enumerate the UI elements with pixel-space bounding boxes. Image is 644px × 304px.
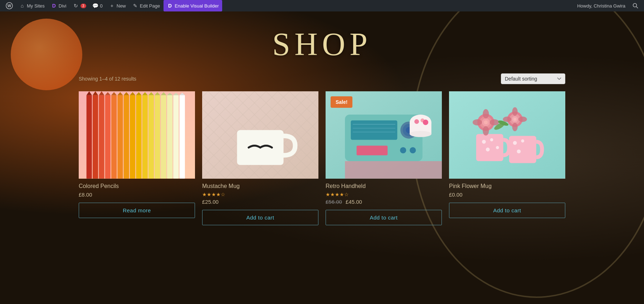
add-to-cart-button-4[interactable]: Add to cart — [449, 203, 565, 218]
edit-page-item[interactable]: ✎ Edit Page — [130, 0, 163, 11]
svg-rect-12 — [130, 95, 135, 179]
divi-icon: D — [51, 3, 57, 9]
svg-point-65 — [496, 146, 499, 149]
page-content: SHOP Showing 1–4 of 12 results Default s… — [0, 11, 644, 304]
product-name-1: Colored Pencils — [79, 183, 195, 189]
svg-point-76 — [483, 109, 489, 119]
my-sites-item[interactable]: ⌂ My Sites — [16, 0, 48, 11]
svg-point-75 — [490, 119, 499, 125]
svg-point-64 — [486, 148, 490, 151]
svg-rect-53 — [345, 161, 442, 179]
product-card-4: Pink Flower Mug £0.00 Add to cart — [449, 91, 565, 225]
product-card-1: Colored Pencils £8.00 Read more — [79, 91, 195, 225]
svg-rect-43 — [351, 120, 397, 140]
divi-d-icon: D — [167, 3, 173, 9]
edit-page-label: Edit Page — [140, 3, 160, 9]
shop-title: SHOP — [0, 11, 644, 73]
product-price-1: £8.00 — [79, 192, 195, 198]
shop-main: Showing 1–4 of 12 results Default sortin… — [0, 73, 644, 225]
svg-rect-60 — [449, 91, 565, 179]
new-label: New — [117, 3, 126, 9]
svg-point-74 — [473, 119, 482, 125]
svg-text:W: W — [8, 4, 11, 8]
svg-point-52 — [410, 147, 416, 153]
howdy-text[interactable]: Howdy, Christina Gwira — [574, 0, 628, 11]
svg-rect-6 — [93, 95, 98, 179]
svg-point-84 — [512, 107, 518, 116]
svg-point-83 — [518, 116, 527, 122]
svg-point-62 — [482, 140, 486, 144]
product-price-3: £56.00 £45.00 — [326, 199, 442, 205]
read-more-button-1[interactable]: Read more — [79, 203, 195, 218]
results-header: Showing 1–4 of 12 results Default sortin… — [79, 73, 565, 84]
add-to-cart-button-3[interactable]: Add to cart — [326, 210, 442, 225]
product-grid: Colored Pencils £8.00 Read more — [79, 91, 565, 225]
sale-badge-3: Sale! — [331, 96, 352, 108]
svg-rect-19 — [173, 95, 179, 179]
svg-point-69 — [517, 150, 521, 154]
product-name-3: Retro Handheld — [326, 183, 442, 189]
admin-bar-right: Howdy, Christina Gwira — [574, 0, 641, 11]
svg-rect-10 — [117, 95, 123, 179]
svg-point-63 — [490, 138, 493, 141]
svg-rect-7 — [99, 95, 104, 179]
svg-point-57 — [414, 119, 419, 124]
product-name-4: Pink Flower Mug — [449, 183, 565, 189]
product-image-flowers[interactable] — [449, 91, 565, 179]
svg-point-81 — [513, 118, 517, 121]
comments-icon: 💬 — [93, 3, 98, 9]
product-card-3: Sale! Retro Handheld ★★★★☆ £56.00 £45.00… — [326, 91, 442, 225]
product-price-2: £25.00 — [202, 199, 318, 205]
product-name-2: Mustache Mug — [202, 183, 318, 189]
svg-point-68 — [521, 139, 525, 143]
svg-rect-61 — [476, 134, 503, 161]
new-item[interactable]: + New — [106, 0, 129, 11]
svg-rect-14 — [142, 95, 148, 179]
add-to-cart-button-2[interactable]: Add to cart — [202, 210, 318, 225]
updates-item[interactable]: ↻ 3 — [70, 0, 89, 11]
svg-rect-9 — [111, 95, 117, 179]
svg-point-85 — [512, 123, 518, 131]
svg-point-59 — [423, 120, 428, 125]
results-count: Showing 1–4 of 12 results — [79, 76, 136, 82]
svg-rect-18 — [167, 95, 172, 179]
svg-rect-13 — [136, 95, 141, 179]
svg-rect-11 — [124, 95, 129, 179]
product-image-radio[interactable]: Sale! — [326, 91, 442, 179]
svg-point-2 — [633, 4, 637, 7]
svg-point-73 — [484, 120, 488, 124]
svg-point-56 — [410, 131, 431, 137]
updates-count: 3 — [80, 4, 86, 8]
svg-rect-17 — [161, 95, 166, 179]
divi-label: Divi — [59, 3, 67, 9]
svg-point-51 — [400, 147, 406, 153]
svg-rect-50 — [357, 146, 388, 155]
svg-point-77 — [483, 126, 489, 136]
svg-rect-5 — [87, 95, 92, 179]
product-price-4: £0.00 — [449, 192, 565, 198]
divi-item[interactable]: D Divi — [48, 0, 69, 11]
plus-icon: + — [109, 3, 115, 9]
product-image-mug[interactable] — [202, 91, 318, 179]
svg-point-67 — [513, 141, 517, 145]
new-price-3: £45.00 — [346, 199, 362, 205]
old-price-3: £56.00 — [326, 199, 342, 205]
product-image-pencils[interactable] — [79, 91, 195, 179]
product-card-2: Mustache Mug ★★★★☆ £25.00 Add to cart — [202, 91, 318, 225]
comments-count: 0 — [100, 3, 103, 9]
my-sites-icon: ⌂ — [19, 3, 25, 9]
sort-select[interactable]: Default sorting Sort by popularity Sort … — [501, 73, 565, 84]
visual-builder-item[interactable]: D Enable Visual Builder — [164, 0, 222, 11]
pencil-icon: ✎ — [132, 3, 138, 9]
svg-rect-20 — [180, 95, 185, 179]
wp-logo-icon[interactable]: W — [3, 0, 16, 11]
svg-point-82 — [503, 116, 512, 122]
product-stars-3: ★★★★☆ — [326, 192, 442, 197]
comments-item[interactable]: 💬 0 — [90, 0, 106, 11]
product-stars-2: ★★★★☆ — [202, 192, 318, 197]
visual-builder-label: Enable Visual Builder — [175, 3, 219, 9]
svg-rect-15 — [148, 95, 154, 179]
search-icon[interactable] — [630, 3, 641, 9]
svg-rect-16 — [155, 95, 160, 179]
my-sites-label: My Sites — [27, 3, 45, 9]
